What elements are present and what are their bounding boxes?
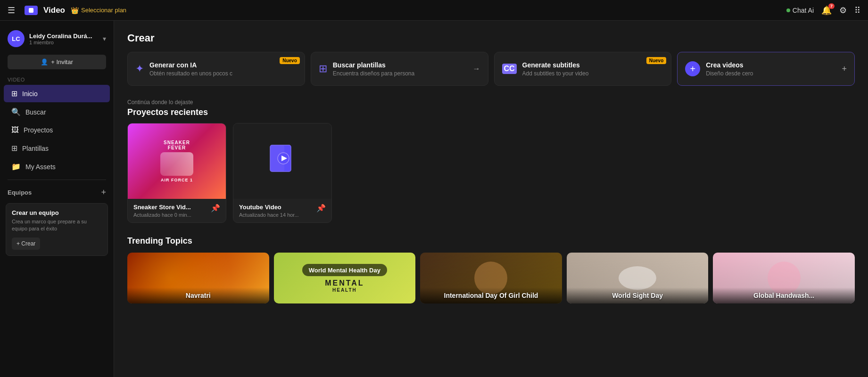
create-team-button[interactable]: + Crear (12, 238, 40, 250)
ai-icon: ✦ (135, 63, 144, 75)
pin-icon[interactable]: 📌 (211, 204, 220, 213)
trending-card-girl-child[interactable]: International Day Of Girl Child (420, 253, 562, 303)
trending-card-navratri[interactable]: Navratri (127, 253, 269, 303)
invite-button[interactable]: 👤 + Invitar (8, 55, 106, 69)
sidebar-item-proyectos[interactable]: 🖼 Proyectos (4, 122, 110, 139)
topbar: ☰ Video 👑 Seleccionar plan Chat Ai 🔔 7 ⚙… (0, 0, 868, 21)
create-team-desc: Crea un marco que prepare a su equipo pa… (12, 218, 102, 233)
project-name: Youtube Video (239, 204, 299, 211)
sneaker-top-text: SNEAKERFEVER (164, 140, 190, 150)
plus-create-icon: + (685, 61, 700, 76)
sidebar-divider (8, 180, 106, 180)
chevron-down-icon[interactable]: ▾ (103, 35, 106, 42)
sneaker-image (160, 152, 193, 176)
trending-card-mental-health[interactable]: World Mental Health Day MENTAL HEALTH (274, 253, 416, 303)
add-team-button[interactable]: + (101, 188, 106, 197)
plus-icon: + (842, 64, 847, 74)
sidebar-item-label: Buscar (25, 108, 46, 116)
user-profile[interactable]: LC Leidy Coralina Durá... 1 miembro ▾ (0, 26, 114, 53)
home-icon: ⊞ (11, 89, 17, 98)
chat-ai-status-dot (786, 8, 790, 12)
trending-title: Trending Topics (127, 236, 855, 246)
project-info: Youtube Video Actualizado hace 14 hor...… (233, 199, 331, 222)
trending-card-sight-day[interactable]: World Sight Day (567, 253, 709, 303)
youtube-icon-container (268, 144, 297, 178)
invite-icon: 👤 (41, 58, 48, 66)
sneaker-content: SNEAKERFEVER AIR FORCE 1 (128, 123, 226, 199)
trending-label: Navratri (133, 291, 264, 300)
card-desc: Diseño desde cero (706, 70, 836, 77)
pin-icon[interactable]: 📌 (316, 204, 326, 213)
main-layout: LC Leidy Coralina Durá... 1 miembro ▾ 👤 … (0, 21, 868, 377)
main-content: Crear ✦ Generar con IA Obtén resultado e… (114, 21, 868, 377)
invite-label: + Invitar (51, 58, 73, 66)
app-title: Video (43, 6, 65, 15)
topbar-right: Chat Ai 🔔 7 ⚙ ⠿ (786, 5, 860, 16)
chat-ai-button[interactable]: Chat Ai (786, 7, 814, 14)
card-desc: Encuentra diseños para persona (333, 70, 467, 77)
create-card-text: Buscar plantillas Encuentra diseños para… (333, 61, 467, 77)
card-desc: Add subtitles to your video (522, 70, 664, 77)
topbar-left: ☰ Video 👑 Seleccionar plan (8, 5, 786, 16)
create-card-generar-ia[interactable]: ✦ Generar con IA Obtén resultado en unos… (127, 52, 305, 86)
apps-icon: ⠿ (854, 6, 860, 15)
sidebar-item-label: My Assets (25, 163, 56, 171)
project-date: Actualizado hace 14 hor... (239, 212, 299, 218)
project-card-youtube[interactable]: Youtube Video Actualizado hace 14 hor...… (233, 123, 332, 223)
card-title: Generar con IA (149, 61, 297, 69)
crown-icon: 👑 (71, 7, 79, 14)
card-title: Generate subtitles (522, 61, 664, 69)
project-name: Sneaker Store Vid... (133, 204, 191, 211)
create-card-buscar-plantillas[interactable]: ⊞ Buscar plantillas Encuentra diseños pa… (311, 52, 488, 86)
create-team-title: Crear un equipo (12, 209, 102, 216)
card-desc: Obtén resultado en unos pocos c (149, 70, 297, 77)
create-cards-container: ✦ Generar con IA Obtén resultado en unos… (127, 52, 855, 86)
recent-title: Proyectos recientes (127, 107, 855, 117)
teams-section: Equipos + (0, 184, 114, 199)
hamburger-button[interactable]: ☰ (8, 5, 15, 16)
sidebar: LC Leidy Coralina Durá... 1 miembro ▾ 👤 … (0, 21, 114, 377)
sidebar-item-plantillas[interactable]: ⊞ Plantillas (4, 139, 110, 157)
mental-health-pill-text: World Mental Health Day (309, 267, 380, 274)
sidebar-item-buscar[interactable]: 🔍 Buscar (4, 103, 110, 121)
projects-icon: 🖼 (11, 126, 19, 134)
trending-overlay: Navratri (127, 287, 269, 303)
create-card-text: Generate subtitles Add subtitles to your… (522, 61, 664, 77)
project-thumbnail (233, 123, 331, 199)
plan-label: Seleccionar plan (81, 7, 126, 14)
search-icon: 🔍 (11, 107, 21, 116)
select-plan-button[interactable]: 👑 Seleccionar plan (71, 7, 126, 14)
create-section-title: Crear (127, 32, 855, 44)
cc-icon: CC (502, 64, 517, 74)
create-team-box: Crear un equipo Crea un marco que prepar… (6, 203, 108, 256)
create-team-btn-label: + Crear (17, 240, 35, 247)
sidebar-item-label: Inicio (22, 90, 38, 98)
apps-button[interactable]: ⠿ (854, 5, 860, 16)
project-info: Sneaker Store Vid... Actualizado hace 0 … (128, 199, 226, 222)
project-date: Actualizado hace 0 min... (133, 212, 191, 218)
card-title: Crea videos (706, 61, 836, 69)
create-card-subtitles[interactable]: CC Generate subtitles Add subtitles to y… (494, 52, 672, 86)
create-card-crea-videos[interactable]: + Crea videos Diseño desde cero + (677, 52, 855, 86)
folder-icon: 📁 (11, 162, 21, 171)
new-badge: Nuevo (646, 57, 667, 64)
trending-label: Global Handwash... (719, 291, 849, 300)
project-card-sneaker[interactable]: SNEAKERFEVER AIR FORCE 1 Sneaker Store V… (127, 123, 226, 223)
sidebar-item-my-assets[interactable]: 📁 My Assets (4, 158, 110, 175)
trending-card-handwash[interactable]: Global Handwash... (713, 253, 855, 303)
chat-ai-label: Chat Ai (793, 7, 814, 14)
templates-icon: ⊞ (11, 144, 17, 153)
templates-grid-icon: ⊞ (319, 63, 327, 75)
notifications-button[interactable]: 🔔 7 (821, 5, 832, 16)
avatar: LC (8, 30, 25, 47)
user-info: Leidy Coralina Durá... 1 miembro (29, 33, 98, 45)
settings-icon: ⚙ (839, 6, 847, 15)
settings-button[interactable]: ⚙ (839, 5, 847, 16)
continue-label: Continúa donde lo dejaste (127, 99, 855, 106)
card-title: Buscar plantillas (333, 61, 467, 69)
create-card-text: Generar con IA Obtén resultado en unos p… (149, 61, 297, 77)
sidebar-item-inicio[interactable]: ⊞ Inicio (4, 85, 110, 102)
app-logo (25, 6, 38, 15)
mental-main-text: MENTAL (325, 279, 364, 287)
notification-badge: 7 (828, 3, 835, 9)
